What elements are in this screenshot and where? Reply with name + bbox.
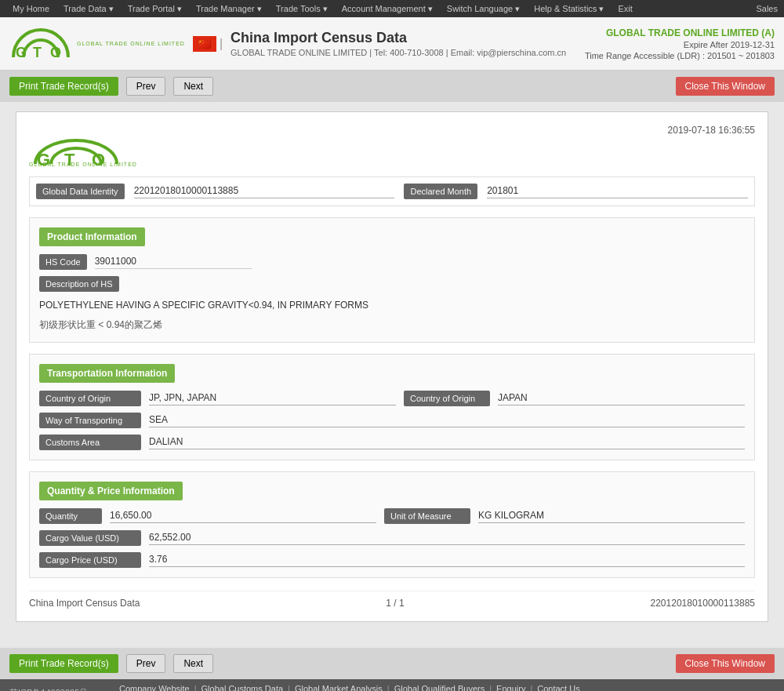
hs-code-row: HS Code 39011000 (39, 254, 745, 270)
record-footer: China Import Census Data 1 / 1 220120180… (29, 591, 755, 609)
top-toolbar: Print Trade Record(s) Prev Next Close Th… (0, 71, 784, 102)
declared-month-label: Declared Month (404, 184, 477, 199)
cargo-value-value: 62,552.00 (149, 532, 745, 545)
next-button-top[interactable]: Next (173, 77, 213, 96)
page-footer: 苏ICP备14033305号 Company Website | Global … (0, 679, 784, 691)
global-data-identity-value: 22012018010000113885 (134, 185, 395, 198)
nav-trade-portal[interactable]: Trade Portal ▾ (122, 2, 188, 16)
way-transport-row: Way of Transporting SEA (39, 413, 745, 428)
footer-global-market[interactable]: Global Market Analysis (295, 684, 383, 691)
customs-area-label: Customs Area (39, 435, 141, 450)
gto-logo-svg: G T O (9, 26, 72, 61)
footer-id: 22012018010000113885 (651, 598, 755, 609)
nav-items: My Home Trade Data ▾ Trade Portal ▾ Trad… (6, 2, 639, 16)
logo-subtitle: GLOBAL TRADE ONLINE LIMITED (77, 41, 185, 46)
prev-button-top[interactable]: Prev (126, 77, 166, 96)
qty-section-header: Quantity & Price Information (39, 482, 183, 500)
country-origin-value: JP, JPN, JAPAN (149, 392, 396, 406)
footer-page: 1 / 1 (386, 598, 404, 609)
divider: | (220, 37, 223, 51)
quantity-row: Quantity 16,650.00 Unit of Measure KG KI… (39, 508, 745, 524)
expire-date: Expire After 2019-12-31 (585, 40, 775, 49)
cargo-value-row: Cargo Value (USD) 62,552.00 (39, 530, 745, 546)
footer-contact[interactable]: Contact Us (537, 684, 579, 691)
hs-code-value: 39011000 (95, 256, 252, 269)
footer-links: Company Website | Global Customs Data | … (119, 684, 775, 691)
global-data-identity-label: Global Data Identity (36, 184, 125, 199)
country-origin-label: Country of Origin (39, 391, 141, 406)
company-name: GLOBAL TRADE ONLINE LIMITED (A) (585, 27, 775, 38)
transport-section-header: Transportation Information (39, 364, 175, 383)
flag-box: 🇨🇳 | (193, 36, 223, 52)
close-button-top[interactable]: Close This Window (676, 77, 775, 96)
product-section-header: Product Information (39, 227, 145, 246)
way-transport-label: Way of Transporting (39, 413, 141, 428)
nav-account-management[interactable]: Account Management ▾ (336, 2, 439, 16)
footer-source: China Import Census Data (29, 598, 140, 609)
page-header: G T O GLOBAL TRADE ONLINE LIMITED 🇨🇳 | C… (0, 17, 784, 71)
nav-trade-manager[interactable]: Trade Manager ▾ (190, 2, 268, 16)
nav-exit[interactable]: Exit (612, 2, 638, 16)
nav-trade-data[interactable]: Trade Data ▾ (57, 2, 120, 16)
country-origin-row: Country of Origin JP, JPN, JAPAN Country… (39, 391, 745, 406)
hs-code-label: HS Code (39, 254, 87, 270)
logo-box: G T O GLOBAL TRADE ONLINE LIMITED (9, 26, 185, 61)
country-origin-value2: JAPAN (498, 392, 745, 406)
bottom-toolbar: Print Trade Record(s) Prev Next Close Th… (0, 648, 784, 679)
footer-company-website[interactable]: Company Website (119, 684, 190, 691)
nav-switch-language[interactable]: Switch Language ▾ (441, 2, 526, 16)
prev-button-bottom[interactable]: Prev (126, 654, 166, 673)
record-timestamp: 2019-07-18 16:36:55 (668, 125, 755, 136)
customs-area-row: Customs Area DALIAN (39, 435, 745, 450)
cargo-value-label: Cargo Value (USD) (39, 530, 141, 546)
record-logo-text: GLOBAL TRADE ONLINE LIMITED (29, 162, 137, 167)
record-header: G T O GLOBAL TRADE ONLINE LIMITED 2019-0… (29, 125, 755, 167)
desc-cn-text: 初级形状比重 < 0.94的聚乙烯 (39, 318, 745, 333)
header-left: G T O GLOBAL TRADE ONLINE LIMITED 🇨🇳 | C… (9, 26, 566, 61)
desc-en-text: POLYETHYLENE HAVING A SPECIFIC GRAVITY<0… (39, 298, 745, 313)
qty-section: Quantity & Price Information Quantity 16… (29, 471, 755, 578)
header-title-area: China Import Census Data GLOBAL TRADE ON… (230, 30, 566, 57)
cargo-price-value: 3.76 (149, 554, 745, 567)
top-navigation: My Home Trade Data ▾ Trade Portal ▾ Trad… (0, 0, 784, 17)
quantity-value: 16,650.00 (110, 510, 376, 523)
quantity-label: Quantity (39, 508, 102, 524)
next-button-bottom[interactable]: Next (173, 654, 213, 673)
footer-container: 苏ICP备14033305号 Company Website | Global … (9, 684, 775, 691)
footer-global-buyers[interactable]: Global Qualified Buyers (394, 684, 485, 691)
nav-help-statistics[interactable]: Help & Statistics ▾ (528, 2, 610, 16)
product-section: Product Information HS Code 39011000 Des… (29, 217, 755, 343)
footer-enquiry[interactable]: Enquiry (496, 684, 525, 691)
ldr-range: Time Range Accessible (LDR) : 201501 ~ 2… (585, 51, 775, 60)
transport-section: Transportation Information Country of Or… (29, 354, 755, 460)
cargo-price-label: Cargo Price (USD) (39, 552, 141, 568)
china-flag: 🇨🇳 (193, 36, 216, 52)
svg-text:T: T (33, 45, 42, 60)
nav-my-home[interactable]: My Home (6, 2, 56, 16)
header-subtitle: GLOBAL TRADE ONLINE LIMITED | Tel: 400-7… (230, 48, 566, 57)
unit-value: KG KILOGRAM (478, 510, 745, 523)
nav-sales: Sales (756, 4, 778, 13)
header-right: GLOBAL TRADE ONLINE LIMITED (A) Expire A… (585, 27, 775, 60)
identity-row: Global Data Identity 2201201801000011388… (29, 176, 755, 206)
cargo-price-row: Cargo Price (USD) 3.76 (39, 552, 745, 568)
svg-text:O: O (50, 45, 61, 60)
customs-area-value: DALIAN (149, 436, 745, 449)
footer-icp: 苏ICP备14033305号 (9, 684, 103, 691)
page-title: China Import Census Data (230, 30, 566, 46)
unit-label: Unit of Measure (384, 508, 470, 524)
way-transport-value: SEA (149, 414, 745, 427)
footer-right: Company Website | Global Customs Data | … (119, 684, 775, 691)
record-card: G T O GLOBAL TRADE ONLINE LIMITED 2019-0… (16, 111, 768, 622)
desc-label-row: Description of HS (39, 276, 745, 292)
desc-hs-label: Description of HS (39, 276, 119, 292)
print-button-top[interactable]: Print Trade Record(s) (9, 77, 118, 96)
close-button-bottom[interactable]: Close This Window (676, 654, 775, 673)
main-content: G T O GLOBAL TRADE ONLINE LIMITED 2019-0… (0, 111, 784, 645)
footer-global-customs[interactable]: Global Customs Data (201, 684, 284, 691)
record-logo: G T O GLOBAL TRADE ONLINE LIMITED (29, 125, 137, 167)
print-button-bottom[interactable]: Print Trade Record(s) (9, 654, 118, 673)
nav-trade-tools[interactable]: Trade Tools ▾ (270, 2, 334, 16)
declared-month-value: 201801 (487, 185, 748, 198)
svg-text:G: G (16, 45, 27, 60)
